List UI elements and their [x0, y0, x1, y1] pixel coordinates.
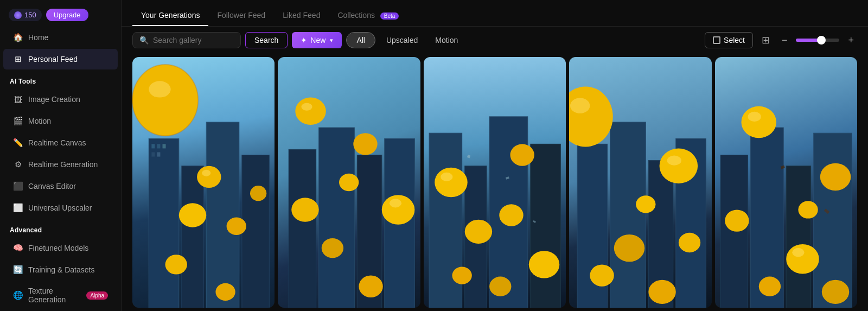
image-card-5[interactable]	[715, 57, 857, 308]
new-button[interactable]: ✦ New ▾	[292, 32, 342, 48]
upgrade-button[interactable]: Upgrade	[46, 9, 88, 21]
svg-point-43	[529, 251, 560, 278]
svg-point-73	[821, 280, 848, 304]
svg-point-28	[322, 238, 343, 258]
main-content: Your Generations Follower Feed Liked Fee…	[122, 0, 868, 311]
svg-rect-3	[242, 155, 269, 308]
ai-tools-section-label: AI Tools	[0, 70, 121, 88]
upscaled-filter-button[interactable]: Upscaled	[380, 33, 424, 48]
toolbar-right: Select ⊞ − +	[705, 32, 857, 48]
sidebar: 150 Upgrade 🏠 Home ⊞ Personal Feed AI To…	[0, 0, 122, 311]
universal-upscaler-icon: ⬜	[13, 203, 23, 213]
checkbox-icon	[713, 36, 720, 44]
tab-collections[interactable]: Collections Beta	[329, 5, 407, 26]
svg-point-18	[215, 283, 235, 301]
image-card-3[interactable]	[424, 57, 566, 308]
svg-point-56	[590, 264, 614, 286]
svg-rect-36	[467, 155, 470, 158]
svg-point-42	[465, 220, 492, 244]
tab-liked-feed[interactable]: Liked Feed	[274, 5, 329, 26]
lemon-scene-2	[278, 57, 420, 308]
search-icon: 🔍	[139, 36, 149, 45]
svg-point-44	[489, 277, 511, 296]
svg-point-15	[165, 255, 187, 274]
motion-filter-button[interactable]: Motion	[429, 33, 464, 48]
svg-point-70	[725, 210, 749, 231]
sidebar-item-finetuned-models[interactable]: 🧠 Finetuned Models	[3, 238, 118, 258]
svg-point-29	[292, 198, 319, 221]
svg-rect-20	[319, 128, 355, 308]
sidebar-item-image-creation[interactable]: 🖼 Image Creation	[3, 89, 118, 110]
lemon-scene-1	[132, 57, 275, 308]
search-input[interactable]	[153, 36, 224, 45]
sidebar-item-universal-upscaler[interactable]: ⬜ Universal Upscaler	[3, 198, 118, 218]
chevron-down-icon: ▾	[330, 37, 333, 44]
collections-badge: Beta	[380, 12, 399, 20]
image-card-4[interactable]	[569, 57, 711, 308]
svg-rect-7	[151, 152, 155, 156]
image-creation-label: Image Creation	[28, 95, 80, 104]
image-card-1[interactable]	[132, 57, 275, 308]
image-card-2[interactable]	[278, 57, 420, 308]
search-box: 🔍	[132, 32, 241, 48]
sidebar-item-motion[interactable]: 🎬 Motion	[3, 111, 118, 131]
svg-point-58	[679, 233, 700, 252]
motion-label: Motion	[28, 117, 51, 125]
scene-svg-1	[132, 57, 275, 308]
svg-rect-2	[206, 122, 239, 308]
svg-point-24	[302, 103, 312, 111]
svg-point-68	[748, 112, 761, 122]
advanced-section-label: Advanced	[0, 219, 121, 237]
grid-view-button[interactable]: ⊞	[758, 32, 773, 48]
tabs-bar: Your Generations Follower Feed Liked Fee…	[122, 0, 868, 27]
sidebar-item-realtime-canvas[interactable]: ✏️ Realtime Canvas	[3, 132, 118, 153]
realtime-generation-label: Realtime Generation	[28, 160, 98, 169]
credits-icon	[14, 11, 22, 19]
universal-upscaler-label: Universal Upscaler	[28, 204, 92, 212]
svg-point-54	[667, 156, 681, 166]
select-button[interactable]: Select	[705, 32, 753, 48]
sidebar-item-training-datasets[interactable]: 🔄 Training & Datasets	[3, 259, 118, 280]
sidebar-item-canvas-editor[interactable]: ⬛ Canvas Editor	[3, 176, 118, 196]
svg-point-17	[179, 203, 206, 227]
collections-label: Collections	[337, 11, 374, 20]
svg-point-27	[390, 199, 401, 207]
sidebar-item-realtime-generation[interactable]: ⚙ Realtime Generation	[3, 154, 118, 175]
svg-point-59	[636, 195, 655, 213]
search-button[interactable]: Search	[245, 32, 288, 48]
svg-point-57	[649, 280, 676, 304]
lemon-scene-3	[424, 57, 566, 308]
sidebar-item-personal-feed[interactable]: ⊞ Personal Feed	[3, 49, 118, 69]
svg-rect-62	[786, 166, 810, 308]
scene-svg-5	[715, 57, 857, 308]
tab-follower-feed[interactable]: Follower Feed	[208, 5, 274, 26]
tab-your-generations[interactable]: Your Generations	[132, 5, 208, 26]
svg-point-10	[149, 81, 170, 97]
zoom-slider-wrapper	[796, 39, 839, 42]
sparkle-icon: ✦	[301, 36, 307, 45]
texture-generation-icon: 🌐	[13, 290, 23, 300]
lemon-scene-5	[715, 57, 857, 308]
svg-point-31	[339, 174, 359, 191]
image-grid	[122, 54, 868, 311]
training-datasets-label: Training & Datasets	[28, 265, 94, 274]
all-filter-button[interactable]: All	[346, 32, 375, 48]
sidebar-item-texture-generation[interactable]: 🌐 Texture Generation Alpha	[3, 281, 118, 309]
zoom-slider[interactable]	[796, 39, 839, 42]
scene-svg-2	[278, 57, 420, 308]
svg-point-75	[798, 201, 818, 218]
realtime-canvas-label: Realtime Canvas	[28, 138, 86, 147]
svg-rect-5	[157, 144, 160, 148]
svg-point-74	[758, 277, 780, 296]
canvas-editor-label: Canvas Editor	[28, 182, 76, 191]
svg-rect-48	[610, 122, 646, 308]
sidebar-item-home[interactable]: 🏠 Home	[3, 27, 118, 48]
toolbar: 🔍 Search ✦ New ▾ All Upscaled Motion Sel…	[122, 27, 868, 54]
image-creation-icon: 🖼	[13, 94, 23, 104]
svg-point-71	[786, 244, 819, 274]
svg-rect-0	[149, 138, 179, 308]
svg-point-72	[792, 248, 804, 257]
canvas-editor-icon: ⬛	[13, 181, 23, 191]
zoom-out-button[interactable]: −	[778, 33, 791, 48]
zoom-in-button[interactable]: +	[845, 33, 857, 48]
